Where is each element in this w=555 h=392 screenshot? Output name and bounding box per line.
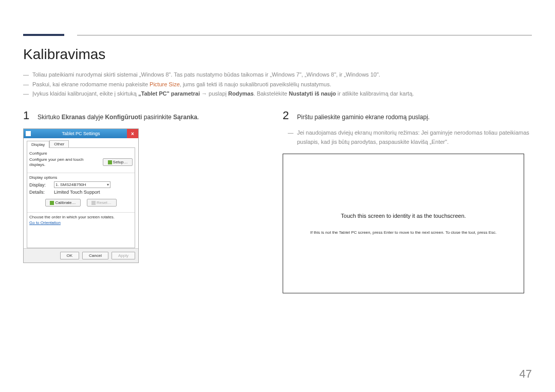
calibrate-icon <box>50 201 54 205</box>
separator-1 <box>27 169 135 173</box>
note-3-post: ir atlikite kalibravimą dar kartą. <box>336 90 414 97</box>
note-3-b1: „Tablet PC" parametrai <box>138 90 200 97</box>
calibrate-button[interactable]: Calibrate… <box>45 199 80 207</box>
touch-sub-text: If this is not the Tablet PC screen, pre… <box>310 230 497 235</box>
configure-text: Configure your pen and touch displays. <box>29 157 100 167</box>
columns: 1 Skirtuko Ekranas dalyje Konfigūruoti p… <box>23 109 532 293</box>
step-1-t2: dalyje <box>85 114 105 121</box>
setup-icon <box>108 160 112 164</box>
column-left: 1 Skirtuko Ekranas dalyje Konfigūruoti p… <box>23 109 272 293</box>
tab-display[interactable]: Display <box>27 141 49 148</box>
note-3-mid: puslapį <box>209 90 228 97</box>
note-1-text: Toliau pateikiami nurodymai skirti siste… <box>32 71 380 78</box>
calibrate-button-label: Calibrate… <box>55 200 76 205</box>
note-3-pre: Įvykus klaidai kalibruojant, eikite į sk… <box>32 90 138 97</box>
step-1-b3: Sąranka <box>173 114 197 121</box>
step-2-number: 2 <box>283 109 291 122</box>
step-1-number: 1 <box>23 109 31 122</box>
apply-button[interactable]: Apply <box>112 252 135 259</box>
note-2-post: , jums gali tekti iš naujo sukalibruoti … <box>180 81 331 87</box>
note-3-b2: Rodymas <box>228 90 254 97</box>
dialog-body: Display Other Configure Configure your p… <box>24 138 138 248</box>
chevron-down-icon: ▾ <box>107 182 109 187</box>
dialog-title: Tablet PC Settings <box>24 131 138 136</box>
note-3-mid2: . Bakstelėkite <box>254 90 289 97</box>
dialog-titlebar: Tablet PC Settings × <box>24 129 138 138</box>
details-value: Limited Touch Support <box>54 190 100 195</box>
note-3-arrow: → <box>200 90 209 97</box>
display-select-value: 1. SMS24B750H <box>55 182 86 187</box>
step-1-b1: Ekranas <box>62 114 86 121</box>
notes-block: Toliau pateikiami nurodymai skirti siste… <box>23 70 532 99</box>
separator-2 <box>27 209 135 213</box>
details-label: Details: <box>29 190 51 195</box>
header-rule <box>77 35 532 35</box>
section-title: Kalibravimas <box>23 46 532 63</box>
setup-button[interactable]: Setup… <box>103 158 133 166</box>
display-options-header: Display options <box>29 175 133 180</box>
dialog-close-button[interactable]: × <box>127 129 138 138</box>
configure-row: Configure your pen and touch displays. S… <box>29 157 133 167</box>
touch-identity-screen: Touch this screen to identity it as the … <box>283 154 524 293</box>
note-2-pre: Paskui, kai ekrane rodomame meniu pakeis… <box>32 81 150 87</box>
touch-main-text: Touch this screen to identity it as the … <box>341 213 466 219</box>
calibrate-row: Calibrate… Reset… <box>29 199 133 207</box>
tablet-pc-settings-dialog: Tablet PC Settings × Display Other Confi… <box>23 128 139 263</box>
display-label: Display: <box>29 182 51 188</box>
step-1: 1 Skirtuko Ekranas dalyje Konfigūruoti p… <box>23 109 272 122</box>
step-2-text: Pirštu palieskite gaminio ekrane rodomą … <box>297 113 430 122</box>
header-accent-bar <box>23 34 64 36</box>
note-3: Įvykus klaidai kalibruojant, eikite į sk… <box>23 89 532 99</box>
reset-button[interactable]: Reset… <box>87 199 117 207</box>
order-text: Choose the order in which your screen ro… <box>29 215 133 220</box>
display-select[interactable]: 1. SMS24B750H ▾ <box>54 181 110 188</box>
tab-content: Configure Configure your pen and touch d… <box>27 148 135 248</box>
reset-icon <box>91 201 96 205</box>
dialog-footer: OK Cancel Apply <box>24 248 138 263</box>
note-2-highlight: Picture Size <box>150 81 180 87</box>
orientation-link[interactable]: Go to Orientation <box>29 220 61 225</box>
step-2-subnote: Jei naudojamas dviejų ekranų monitorių r… <box>283 128 532 146</box>
note-1: Toliau pateikiami nurodymai skirti siste… <box>23 70 532 80</box>
step-1-t1: Skirtuko <box>38 114 62 121</box>
step-1-t3: pasirinkite <box>142 114 173 121</box>
step-1-t4: . <box>197 114 199 121</box>
step-2: 2 Pirštu palieskite gaminio ekrane rodom… <box>283 109 532 122</box>
dialog-app-icon <box>26 131 31 136</box>
step-1-text: Skirtuko Ekranas dalyje Konfigūruoti pas… <box>38 113 199 122</box>
configure-header: Configure <box>29 151 133 156</box>
details-row: Details: Limited Touch Support <box>29 190 133 195</box>
reset-button-label: Reset… <box>97 200 112 205</box>
note-3-b3: Nustatyti iš naujo <box>289 90 336 97</box>
note-2: Paskui, kai ekrane rodomame meniu pakeis… <box>23 80 532 89</box>
step-1-b2: Konfigūruoti <box>105 114 142 121</box>
setup-button-label: Setup… <box>113 160 128 164</box>
page-number: 47 <box>520 367 532 381</box>
tab-other[interactable]: Other <box>49 140 69 147</box>
column-right: 2 Pirštu palieskite gaminio ekrane rodom… <box>283 109 532 293</box>
cancel-button[interactable]: Cancel <box>82 252 108 259</box>
ok-button[interactable]: OK <box>60 252 80 259</box>
display-row: Display: 1. SMS24B750H ▾ <box>29 181 133 188</box>
dialog-tabs: Display Other <box>27 140 135 148</box>
